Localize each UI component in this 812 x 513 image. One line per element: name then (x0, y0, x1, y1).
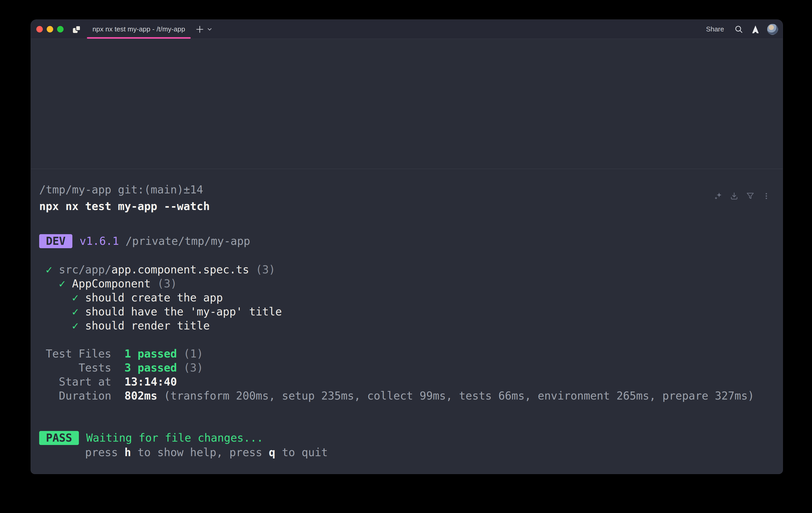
terminal-text: 1 passed (124, 347, 177, 360)
terminal-text: /tmp/my-app git:(main)±14 (39, 183, 203, 196)
avatar[interactable] (767, 24, 778, 35)
terminal-text: 13:14:40 (124, 375, 177, 388)
tab-title: npx nx test my-app - /t/my-app (92, 25, 185, 33)
tab-list-dropdown-button[interactable] (207, 26, 212, 32)
tab-active[interactable]: npx nx test my-app - /t/my-app (87, 20, 191, 39)
terminal-line: npx nx test my-app --watch (39, 199, 783, 213)
terminal-text: /private/tmp/my-app (119, 235, 250, 247)
terminal-text: Start at (39, 375, 124, 388)
sparkles-icon (714, 192, 723, 200)
terminal-text: (3) (151, 277, 177, 290)
terminal-line: ✓ AppComponent (3) (39, 277, 783, 291)
terminal-text: 3 passed (124, 361, 177, 374)
share-button[interactable]: Share (706, 25, 724, 33)
chevron-down-icon (207, 26, 212, 32)
filter-icon (746, 192, 755, 200)
terminal-line: DEVv1.6.1 /private/tmp/my-app (39, 234, 783, 248)
terminal-line: Test Files 1 passed (1) (39, 347, 783, 361)
terminal-line: /tmp/my-app git:(main)±14 (39, 183, 783, 197)
check-icon: ✓ (39, 291, 85, 304)
terminal-text: to show help, press (131, 446, 269, 459)
traffic-lights (36, 26, 63, 32)
terminal-text: (3) (249, 263, 275, 276)
dev-badge: DEV (39, 234, 72, 248)
search-button[interactable] (734, 25, 743, 34)
terminal-line: Tests 3 passed (3) (39, 361, 783, 375)
check-icon: ✓ (39, 277, 72, 290)
terminal-text: src/app/ (59, 263, 111, 276)
terminal-line: press h to show help, press q to quit (39, 446, 783, 460)
minimize-window-button[interactable] (47, 26, 53, 32)
terminal-text: (transform 200ms, setup 235ms, collect 9… (157, 389, 754, 402)
terminal-text: press (39, 446, 124, 459)
terminal-text: v1.6.1 (80, 235, 119, 247)
block-toolbar (714, 192, 771, 200)
command-block: /tmp/my-app git:(main)±14npx nx test my-… (31, 183, 783, 460)
terminal-text: app.component.spec.ts (111, 263, 249, 276)
zoom-window-button[interactable] (57, 26, 63, 32)
check-icon: ✓ (39, 319, 85, 332)
check-icon: ✓ (39, 305, 85, 318)
download-output-button[interactable] (730, 192, 738, 200)
titlebar: npx nx test my-app - /t/my-app Share (31, 20, 783, 39)
block-menu-button[interactable] (762, 192, 771, 200)
terminal-line: ✓ should render title (39, 319, 783, 333)
kebab-menu-icon (762, 192, 771, 200)
terminal-line: ✓ should have the 'my-app' title (39, 305, 783, 319)
plus-icon (195, 25, 204, 34)
terminal-text: should create the app (85, 291, 223, 304)
terminal-line: PASSWaiting for file changes... (39, 431, 783, 445)
scrollback-area[interactable] (31, 39, 783, 169)
ai-actions-button[interactable] (714, 192, 723, 200)
search-icon (734, 25, 743, 34)
terminal-text: AppComponent (72, 277, 150, 290)
close-window-button[interactable] (36, 26, 43, 32)
terminal-text: to quit (275, 446, 328, 459)
terminal-text: Test Files (39, 347, 124, 360)
check-icon: ✓ (39, 263, 59, 276)
terminal-text: h (124, 446, 131, 459)
terminal-text: (3) (177, 361, 203, 374)
filter-output-button[interactable] (746, 192, 755, 200)
terminal-text: (1) (177, 347, 203, 360)
terminal-text: should have the 'my-app' title (85, 305, 282, 318)
terminal-output: /tmp/my-app git:(main)±14npx nx test my-… (39, 183, 783, 460)
terminal-line: Duration 802ms (transform 200ms, setup 2… (39, 389, 783, 403)
panes-icon (73, 25, 81, 33)
terminal-line: ✓ should create the app (39, 291, 783, 305)
terminal-text: 802ms (124, 389, 157, 402)
terminal-line: ✓ src/app/app.component.spec.ts (3) (39, 263, 783, 277)
warp-logo-icon (752, 25, 759, 33)
terminal-text: should render title (85, 319, 210, 332)
terminal-text: Tests (39, 361, 124, 374)
terminal-text: q (269, 446, 275, 459)
download-icon (730, 192, 738, 200)
tab-active-underline (87, 37, 191, 39)
terminal-text: Waiting for file changes... (86, 431, 263, 444)
desktop: npx nx test my-app - /t/my-app Share (0, 0, 812, 513)
terminal-text: Duration (39, 389, 124, 402)
warp-menu-button[interactable] (752, 25, 759, 33)
terminal-text: npx nx test my-app --watch (39, 200, 210, 213)
new-tab-button[interactable] (195, 25, 204, 34)
terminal-window: npx nx test my-app - /t/my-app Share (31, 20, 783, 474)
pass-badge: PASS (39, 431, 79, 445)
terminal-line: Start at 13:14:40 (39, 375, 783, 389)
